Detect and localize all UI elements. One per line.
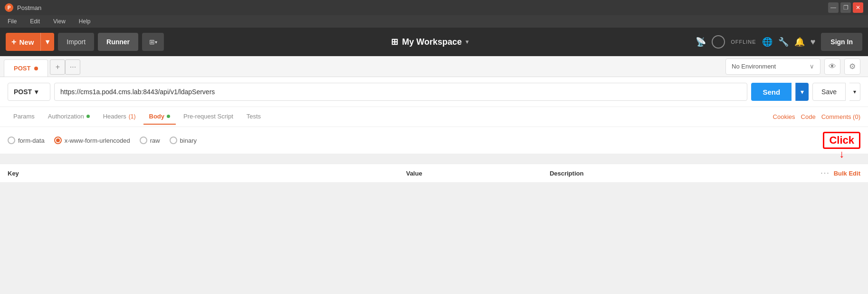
environment-selector[interactable]: No Environment ∨ bbox=[725, 59, 820, 75]
workspace-button[interactable]: ⊞ My Workspace ▾ bbox=[391, 37, 468, 47]
tab-headers[interactable]: Headers (1) bbox=[97, 109, 142, 125]
save-button[interactable]: Save bbox=[812, 83, 846, 101]
click-badge: Click bbox=[823, 132, 860, 149]
tab-params-label: Params bbox=[13, 113, 35, 120]
authorization-status-dot bbox=[86, 115, 90, 118]
menu-file[interactable]: File bbox=[5, 17, 19, 26]
url-input[interactable] bbox=[54, 83, 747, 101]
env-chevron-icon: ∨ bbox=[810, 63, 814, 70]
col-key: Key bbox=[8, 170, 278, 177]
settings-button[interactable]: ⚙ bbox=[844, 59, 860, 75]
tab-body-label: Body bbox=[149, 113, 165, 120]
bulk-edit-button[interactable]: Bulk Edit bbox=[834, 170, 860, 177]
table-more-button[interactable]: ··· bbox=[820, 169, 830, 177]
tab-post-dot bbox=[34, 67, 38, 70]
method-arrow-icon: ▾ bbox=[35, 88, 38, 96]
tab-bar-right: No Environment ∨ 👁 ⚙ bbox=[725, 59, 860, 75]
body-options: form-data x-www-form-urlencoded raw bina… bbox=[0, 127, 868, 154]
tab-add-button[interactable]: + bbox=[50, 59, 65, 75]
raw-label: raw bbox=[150, 137, 160, 144]
option-raw[interactable]: raw bbox=[140, 137, 160, 144]
request-bar: POST ▾ Send ▾ Save ▾ bbox=[0, 77, 868, 107]
capture-button[interactable]: ⊞ ▾ bbox=[142, 33, 164, 51]
method-selector[interactable]: POST ▾ bbox=[8, 83, 50, 101]
chevron-down-icon: ▾ bbox=[46, 38, 49, 46]
col-value: Value bbox=[278, 170, 549, 177]
wrench-icon[interactable]: 🔧 bbox=[778, 37, 789, 47]
new-button[interactable]: + New ▾ bbox=[6, 33, 54, 51]
tab-tests[interactable]: Tests bbox=[241, 109, 267, 125]
col-description: Description bbox=[550, 170, 820, 177]
radio-urlencoded-inner bbox=[56, 138, 60, 142]
request-tabs: Params Authorization Headers (1) Body Pr… bbox=[0, 107, 868, 127]
sign-in-button[interactable]: Sign In bbox=[821, 33, 862, 51]
option-urlencoded[interactable]: x-www-form-urlencoded bbox=[54, 137, 130, 144]
new-button-label: New bbox=[19, 38, 34, 46]
click-down-arrow-icon: ↓ bbox=[839, 148, 844, 160]
tab-prerequest[interactable]: Pre-request Script bbox=[178, 109, 239, 125]
tab-body[interactable]: Body bbox=[143, 109, 176, 125]
comments-link[interactable]: Comments (0) bbox=[821, 113, 860, 120]
plus-icon: + bbox=[11, 37, 17, 47]
satellite-icon[interactable]: 📡 bbox=[696, 37, 706, 47]
radio-binary[interactable] bbox=[170, 137, 177, 144]
env-label: No Environment bbox=[732, 63, 806, 70]
heart-icon[interactable]: ♥ bbox=[811, 37, 816, 47]
workspace-arrow-icon: ▾ bbox=[466, 39, 468, 45]
radio-urlencoded[interactable] bbox=[54, 137, 62, 144]
title-bar: P Postman — ❐ ✕ bbox=[0, 0, 868, 15]
tab-post-label: POST bbox=[14, 65, 30, 72]
menu-bar: File Edit View Help bbox=[0, 15, 868, 28]
tab-authorization-label: Authorization bbox=[48, 113, 84, 120]
menu-view[interactable]: View bbox=[50, 17, 68, 26]
body-options-right: Click ↓ bbox=[823, 132, 860, 149]
globe-icon[interactable]: 🌐 bbox=[762, 37, 773, 47]
option-binary[interactable]: binary bbox=[170, 137, 197, 144]
method-label: POST bbox=[14, 88, 32, 96]
menu-help[interactable]: Help bbox=[76, 17, 94, 26]
offline-badge: OFFLINE bbox=[731, 39, 756, 45]
minimize-button[interactable]: — bbox=[828, 2, 839, 13]
workspace-label: My Workspace bbox=[402, 37, 462, 47]
table-actions: ··· Bulk Edit bbox=[820, 169, 860, 177]
send-button[interactable]: Send bbox=[751, 83, 792, 101]
radio-raw[interactable] bbox=[140, 137, 147, 144]
radio-form-data[interactable] bbox=[8, 137, 15, 144]
request-tabs-right: Cookies Code Comments (0) bbox=[773, 113, 860, 120]
app-logo: P bbox=[5, 3, 13, 12]
send-arrow-button[interactable]: ▾ bbox=[795, 83, 809, 101]
save-arrow-button[interactable]: ▾ bbox=[849, 83, 860, 101]
tab-authorization[interactable]: Authorization bbox=[42, 109, 95, 125]
tab-more-button[interactable]: ··· bbox=[65, 59, 80, 75]
binary-label: binary bbox=[180, 137, 197, 144]
app-title: Postman bbox=[17, 4, 41, 11]
headers-count: (1) bbox=[129, 113, 136, 120]
new-button-main[interactable]: + New bbox=[6, 33, 41, 51]
import-button[interactable]: Import bbox=[58, 33, 94, 51]
urlencoded-label: x-www-form-urlencoded bbox=[65, 137, 130, 144]
toolbar-right: 📡 OFFLINE 🌐 🔧 🔔 ♥ Sign In bbox=[696, 33, 862, 51]
click-annotation: Click ↓ bbox=[823, 132, 860, 149]
code-link[interactable]: Code bbox=[801, 113, 816, 120]
capture-arrow: ▾ bbox=[155, 39, 157, 45]
capture-icon: ⊞ bbox=[149, 38, 155, 46]
cookies-link[interactable]: Cookies bbox=[773, 113, 795, 120]
tab-headers-label: Headers bbox=[103, 113, 126, 120]
form-data-label: form-data bbox=[18, 137, 45, 144]
menu-edit[interactable]: Edit bbox=[27, 17, 43, 26]
tab-post[interactable]: POST bbox=[4, 59, 48, 77]
sync-icon[interactable] bbox=[712, 35, 725, 49]
table-header: Key Value Description ··· Bulk Edit bbox=[0, 164, 868, 182]
tab-params[interactable]: Params bbox=[8, 109, 40, 125]
eye-icon: 👁 bbox=[829, 62, 836, 71]
bell-icon[interactable]: 🔔 bbox=[794, 37, 805, 47]
eye-button[interactable]: 👁 bbox=[824, 59, 840, 75]
maximize-button[interactable]: ❐ bbox=[840, 2, 851, 13]
close-button[interactable]: ✕ bbox=[853, 2, 863, 13]
tab-prerequest-label: Pre-request Script bbox=[183, 113, 233, 120]
option-form-data[interactable]: form-data bbox=[8, 137, 45, 144]
toolbar: + New ▾ Import Runner ⊞ ▾ ⊞ My Workspace… bbox=[0, 28, 868, 56]
tab-tests-label: Tests bbox=[247, 113, 261, 120]
runner-button[interactable]: Runner bbox=[98, 33, 138, 51]
new-button-arrow[interactable]: ▾ bbox=[41, 33, 54, 51]
